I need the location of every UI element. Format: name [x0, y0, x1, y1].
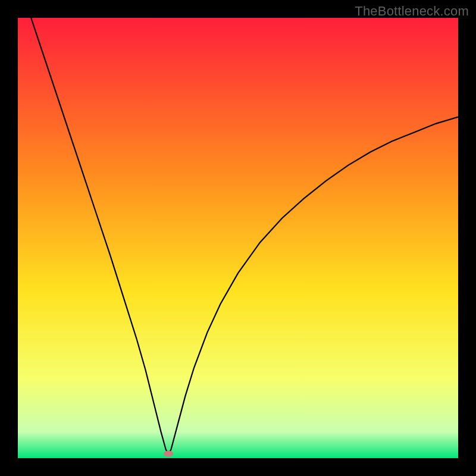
- chart-frame: [18, 18, 458, 458]
- bottleneck-chart: [18, 18, 458, 458]
- chart-background: [18, 18, 458, 458]
- watermark-text: TheBottleneck.com: [355, 4, 469, 19]
- minimum-marker: [164, 451, 173, 457]
